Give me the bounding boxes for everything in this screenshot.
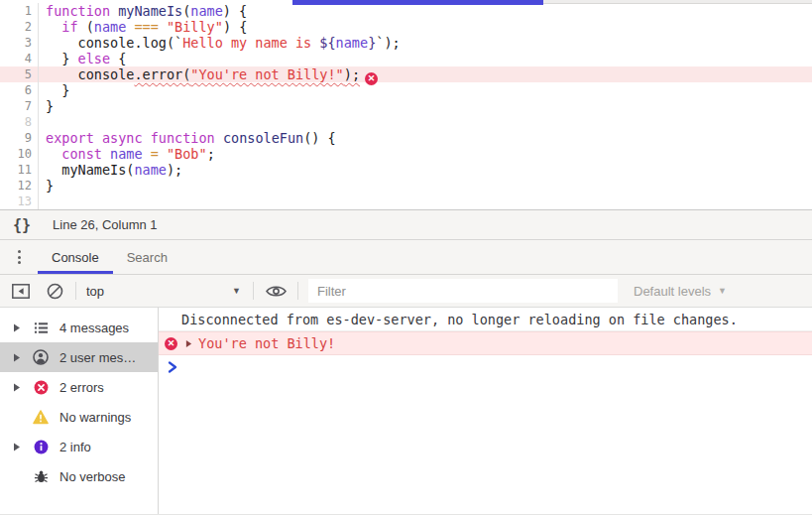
clear-console-button[interactable] (40, 278, 69, 304)
sidebar-filter-label: No verbose (59, 469, 125, 484)
code-line[interactable]: 10 const name = "Bob"; (0, 146, 812, 162)
code-text: } else { (39, 51, 812, 66)
sidebar-filter-label: 2 info (59, 440, 91, 454)
code-line[interactable]: 5 console.error("You're not Billy!");✕ (0, 66, 812, 82)
user-icon (33, 349, 49, 365)
line-number: 5 (0, 66, 39, 82)
top-track-bar (543, 0, 812, 4)
code-line[interactable]: 4 } else { (0, 51, 812, 66)
warning-icon (33, 409, 49, 425)
line-number: 10 (0, 146, 39, 162)
sidebar-filter-user[interactable]: 2 user mes… (0, 342, 158, 372)
code-text: function myNameIs(name) { (39, 3, 812, 19)
live-expression-button[interactable] (260, 278, 291, 304)
sidebar-filter-label: No warnings (59, 410, 131, 425)
line-number: 7 (0, 98, 39, 114)
code-line[interactable]: 12} (0, 178, 812, 193)
console-messages[interactable]: Disconnected from es-dev-server, no long… (159, 308, 812, 515)
line-number: 11 (0, 162, 39, 178)
console-body: 4 messages2 user mes…2 errorsNo warnings… (0, 308, 812, 515)
code-line[interactable]: 6 } (0, 82, 812, 98)
code-text: } (39, 82, 812, 98)
sidebar-filter-messages[interactable]: 4 messages (0, 313, 158, 342)
error-message-text: You're not Billy! (198, 335, 335, 351)
block-icon (47, 283, 63, 300)
code-lines: 1function myNameIs(name) {2 if (name ===… (0, 3, 812, 209)
sidebar-filter-verbose[interactable]: No verbose (0, 461, 158, 491)
filter-input[interactable] (308, 279, 618, 303)
code-text: console.log(`Hello my name is ${name}`); (39, 35, 812, 51)
code-text: export async function consoleFun() { (39, 130, 812, 146)
messages-icon (33, 320, 49, 335)
code-text: } (39, 178, 812, 193)
line-number: 8 (0, 114, 39, 130)
editor-statusbar: {} Line 26, Column 1 (0, 209, 812, 240)
context-selector[interactable]: top ▼ (82, 284, 247, 299)
sidebar-filter-label: 4 messages (59, 321, 129, 335)
line-number: 3 (0, 35, 39, 51)
toolbar-divider (297, 282, 298, 300)
line-number: 12 (0, 178, 39, 193)
console-error-message[interactable]: ✕You're not Billy! (159, 331, 812, 355)
line-number: 4 (0, 51, 39, 66)
line-number: 1 (0, 3, 39, 19)
tab-console[interactable]: Console (38, 240, 113, 274)
expand-triangle-icon[interactable] (13, 353, 33, 362)
kebab-menu-icon[interactable] (0, 240, 38, 274)
chevron-down-icon: ▼ (232, 286, 241, 296)
sidebar-filter-info[interactable]: 2 info (0, 432, 158, 461)
code-text (39, 193, 812, 209)
line-number: 6 (0, 82, 39, 98)
code-text: const name = "Bob"; (39, 146, 812, 162)
expand-triangle-icon[interactable] (13, 323, 33, 332)
pretty-print-icon[interactable]: {} (13, 216, 31, 234)
toolbar-divider (253, 282, 254, 300)
console-tabbar: ConsoleSearch (0, 240, 812, 275)
toolbar-divider (75, 282, 76, 300)
code-line[interactable]: 2 if (name === "Billy") { (0, 19, 812, 35)
code-line[interactable]: 9export async function consoleFun() { (0, 130, 812, 146)
console-input-row[interactable] (159, 355, 812, 379)
log-levels-dropdown[interactable]: Default levels ▼ (634, 284, 727, 299)
code-line[interactable]: 8 (0, 114, 812, 130)
log-levels-label: Default levels (634, 284, 711, 299)
context-selector-label: top (86, 284, 104, 299)
verbose-icon (33, 468, 49, 484)
code-text: } (39, 98, 812, 114)
sidebar-toggle-button[interactable] (6, 278, 36, 304)
tab-search[interactable]: Search (113, 240, 181, 274)
code-editor[interactable]: 1function myNameIs(name) {2 if (name ===… (0, 0, 812, 209)
error-icon (33, 379, 49, 395)
code-line[interactable]: 1function myNameIs(name) { (0, 3, 812, 19)
code-text: if (name === "Billy") { (39, 19, 812, 35)
sidebar-filter-label: 2 errors (59, 380, 104, 395)
expand-triangle-icon[interactable] (13, 443, 33, 451)
code-text (39, 114, 812, 130)
sidebar-filter-label: 2 user mes… (59, 350, 136, 365)
code-line[interactable]: 13 (0, 193, 812, 209)
console-log-message[interactable]: Disconnected from es-dev-server, no long… (159, 308, 812, 331)
code-line[interactable]: 11 myNameIs(name); (0, 162, 812, 178)
console-sidebar: 4 messages2 user mes…2 errorsNo warnings… (0, 308, 159, 515)
line-number: 13 (0, 193, 39, 209)
chevron-down-icon: ▼ (718, 286, 727, 296)
devtools-window: 1function myNameIs(name) {2 if (name ===… (0, 0, 812, 515)
line-number: 2 (0, 19, 39, 35)
expand-triangle-icon[interactable] (13, 383, 33, 392)
code-text: myNameIs(name); (39, 162, 812, 178)
console-toolbar: top ▼ Default levels ▼ (0, 275, 812, 308)
top-accent-bar (292, 0, 543, 5)
expand-triangle-icon[interactable] (185, 339, 192, 348)
sidebar-filter-error[interactable]: 2 errors (0, 372, 158, 402)
cursor-position: Line 26, Column 1 (53, 217, 158, 232)
eye-icon (266, 285, 287, 298)
line-number: 9 (0, 130, 39, 146)
sidebar-filter-warning[interactable]: No warnings (0, 402, 158, 432)
code-line[interactable]: 7} (0, 98, 812, 114)
code-line[interactable]: 3 console.log(`Hello my name is ${name}`… (0, 35, 812, 51)
sidebar-toggle-icon (12, 284, 30, 299)
prompt-chevron-icon (168, 361, 177, 373)
code-text: console.error("You're not Billy!");✕ (39, 66, 812, 82)
console-tabs: ConsoleSearch (38, 240, 181, 274)
info-icon (33, 439, 49, 454)
